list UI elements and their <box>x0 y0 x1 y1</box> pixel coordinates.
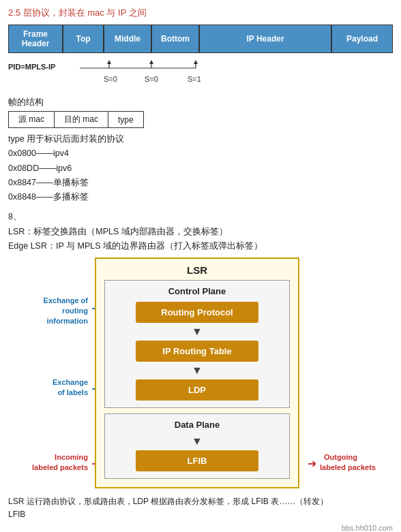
frame-row: FrameHeader Top Middle Bottom IP Header … <box>8 25 393 53</box>
lsr-title: LSR <box>104 264 290 276</box>
ldp-block: LDP <box>136 379 258 401</box>
arrow-down-2: ▼ <box>112 364 282 377</box>
lfib-block: LFIB <box>136 450 258 471</box>
struct-col-type: type <box>108 112 144 128</box>
frame-diagram: FrameHeader Top Middle Bottom IP Header … <box>8 25 393 53</box>
svg-text:S=0: S=0 <box>104 75 117 83</box>
struct-col-srcmac: 源 mac <box>9 112 55 128</box>
protocol-unicast: 0x8847——单播标签 <box>8 176 393 190</box>
lsr-diagram-wrapper: Exchange ofrouting information ➜ Exchang… <box>8 257 393 488</box>
protocol-ipv4: 0x0800——ipv4 <box>8 146 393 161</box>
svg-marker-2 <box>107 60 111 64</box>
protocol-desc: type 用于标识后面封装的协议 <box>8 132 393 146</box>
svg-marker-8 <box>194 60 198 64</box>
control-plane-box: Control Plane Routing Protocol ▼ IP Rout… <box>104 280 290 408</box>
section8-number: 8、 <box>8 210 393 224</box>
footer-text: LSR 运行路由协议，形成路由表，LDP 根据路由表分发标签，形成 LFIB 表… <box>8 495 393 521</box>
frame-top-cell: Top <box>63 25 104 53</box>
watermark: bbs.hh010.com <box>8 524 393 532</box>
struct-col-dstmac: 目的 mac <box>55 112 108 128</box>
svg-marker-5 <box>149 60 153 64</box>
frame-ip-header-cell: IP Header <box>199 25 331 53</box>
protocol-multicast: 0x8848——多播标签 <box>8 190 393 204</box>
frame-header-cell: FrameHeader <box>8 25 63 53</box>
svg-text:S=0: S=0 <box>145 75 158 83</box>
protocol-list: type 用于标识后面封装的协议 0x0800——ipv4 0x08DD——ip… <box>8 132 393 204</box>
frame-payload-cell: Payload <box>331 25 393 53</box>
svg-text:S=1: S=1 <box>188 75 201 83</box>
struct-table: 源 mac 目的 mac type <box>8 111 144 128</box>
frame-struct-title: 帧的结构 <box>8 96 393 108</box>
protocol-ipv6: 0x08DD——ipv6 <box>8 161 393 176</box>
left-label-labels: Exchangeof labels ➜ <box>20 377 88 397</box>
section-8: 8、 LSR：标签交换路由（MPLS 域内部路由器，交换标签） Edge LSR… <box>8 210 393 253</box>
routing-protocol-block: Routing Protocol <box>136 302 258 323</box>
section8-edge-lsr: Edge LSR：IP 与 MPLS 域的边界路由器（打入标签或弹出标签） <box>8 239 393 253</box>
ip-routing-table-block: IP Routing Table <box>136 341 258 362</box>
pid-arrows-svg: S=0 S=0 S=1 <box>8 60 376 91</box>
left-label-incoming: Incominglabeled packets ➜ <box>20 452 88 472</box>
right-label-outgoing: ➜ Outgoinglabeled packets <box>320 452 388 472</box>
control-plane-label: Control Plane <box>112 286 282 296</box>
section8-lsr: LSR：标签交换路由（MPLS 域内部路由器，交换标签） <box>8 225 393 239</box>
pid-area: PID=MPLS-IP S=0 S=0 S=1 <box>8 60 393 91</box>
lsr-outer-box: LSR Control Plane Routing Protocol ▼ IP … <box>95 257 299 488</box>
frame-bottom-cell: Bottom <box>151 25 199 53</box>
struct-table-row: 源 mac 目的 mac type <box>9 112 144 128</box>
left-label-routing: Exchange ofrouting information ➜ <box>20 295 88 326</box>
section-title: 2.5 层协议，封装在 mac 与 IP 之间 <box>8 7 393 19</box>
arrow-down-1: ▼ <box>112 326 282 338</box>
frame-middle-cell: Middle <box>104 25 151 53</box>
data-plane-label: Data Plane <box>112 420 282 430</box>
arrow-down-3: ▼ <box>112 435 282 448</box>
data-plane-box: Data Plane ▼ LFIB <box>104 413 290 479</box>
